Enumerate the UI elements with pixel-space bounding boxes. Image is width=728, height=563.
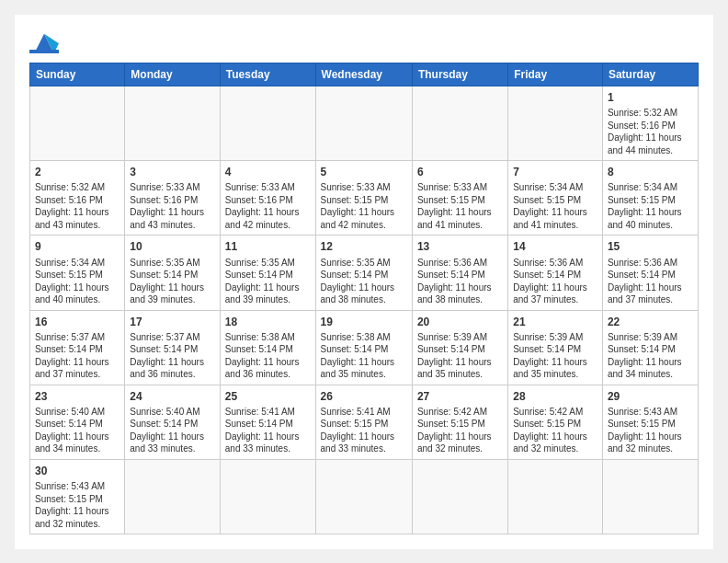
sunrise-label: Sunrise: 5:33 AM bbox=[130, 182, 199, 192]
daylight-label: Daylight: 11 hours and 41 minutes. bbox=[417, 207, 492, 230]
daylight-label: Daylight: 11 hours and 35 minutes. bbox=[513, 357, 587, 380]
sunset-label: Sunset: 5:15 PM bbox=[417, 419, 485, 429]
sunset-label: Sunset: 5:14 PM bbox=[130, 270, 198, 280]
day-number-5: 5 bbox=[321, 165, 407, 179]
day-number-30: 30 bbox=[35, 464, 119, 478]
sunset-label: Sunset: 5:15 PM bbox=[513, 419, 581, 429]
sunrise-label: Sunrise: 5:34 AM bbox=[608, 182, 677, 192]
sunset-label: Sunset: 5:15 PM bbox=[608, 195, 676, 205]
empty-cell bbox=[220, 459, 315, 534]
day-number-22: 22 bbox=[608, 315, 693, 329]
daylight-label: Daylight: 11 hours and 32 minutes. bbox=[608, 431, 682, 454]
day-info-18: Sunrise: 5:38 AMSunset: 5:14 PMDaylight:… bbox=[225, 331, 311, 381]
day-number-23: 23 bbox=[35, 389, 119, 404]
day-cell-11: 11Sunrise: 5:35 AMSunset: 5:14 PMDayligh… bbox=[220, 236, 315, 310]
daylight-label: Daylight: 11 hours and 35 minutes. bbox=[321, 357, 395, 380]
sunrise-label: Sunrise: 5:35 AM bbox=[130, 258, 199, 268]
sunrise-label: Sunrise: 5:34 AM bbox=[513, 182, 583, 192]
day-info-1: Sunrise: 5:32 AMSunset: 5:16 PMDaylight:… bbox=[608, 107, 693, 156]
sunset-label: Sunset: 5:16 PM bbox=[35, 195, 103, 205]
day-info-14: Sunrise: 5:36 AMSunset: 5:14 PMDaylight:… bbox=[513, 257, 597, 306]
day-cell-22: 22Sunrise: 5:39 AMSunset: 5:14 PMDayligh… bbox=[602, 310, 698, 385]
day-number-7: 7 bbox=[513, 165, 597, 179]
calendar-row-1: 2Sunrise: 5:32 AMSunset: 5:16 PMDaylight… bbox=[30, 161, 699, 236]
day-info-6: Sunrise: 5:33 AMSunset: 5:15 PMDaylight:… bbox=[417, 181, 503, 231]
day-number-3: 3 bbox=[130, 165, 214, 179]
sunset-label: Sunset: 5:15 PM bbox=[417, 195, 485, 205]
day-number-21: 21 bbox=[513, 315, 597, 329]
day-number-12: 12 bbox=[321, 239, 407, 254]
sunrise-label: Sunrise: 5:34 AM bbox=[35, 258, 105, 268]
daylight-label: Daylight: 11 hours and 35 minutes. bbox=[417, 357, 492, 380]
svg-rect-2 bbox=[29, 50, 59, 53]
sunset-label: Sunset: 5:16 PM bbox=[130, 195, 198, 205]
sunrise-label: Sunrise: 5:36 AM bbox=[608, 258, 677, 268]
sunset-label: Sunset: 5:15 PM bbox=[608, 419, 676, 429]
sunset-label: Sunset: 5:14 PM bbox=[513, 270, 581, 280]
day-cell-2: 2Sunrise: 5:32 AMSunset: 5:16 PMDaylight… bbox=[30, 161, 125, 236]
weekday-header-thursday: Thursday bbox=[412, 63, 507, 86]
day-number-11: 11 bbox=[225, 239, 311, 254]
day-cell-20: 20Sunrise: 5:39 AMSunset: 5:14 PMDayligh… bbox=[412, 310, 507, 385]
day-info-13: Sunrise: 5:36 AMSunset: 5:14 PMDaylight:… bbox=[417, 257, 503, 306]
day-info-4: Sunrise: 5:33 AMSunset: 5:16 PMDaylight:… bbox=[225, 181, 311, 231]
day-info-5: Sunrise: 5:33 AMSunset: 5:15 PMDaylight:… bbox=[321, 181, 407, 231]
day-info-16: Sunrise: 5:37 AMSunset: 5:14 PMDaylight:… bbox=[35, 331, 119, 381]
day-info-12: Sunrise: 5:35 AMSunset: 5:14 PMDaylight:… bbox=[321, 257, 407, 306]
sunrise-label: Sunrise: 5:38 AM bbox=[225, 332, 295, 342]
empty-cell bbox=[508, 459, 603, 534]
weekday-header-row: SundayMondayTuesdayWednesdayThursdayFrid… bbox=[30, 63, 699, 86]
day-number-20: 20 bbox=[417, 315, 503, 329]
day-cell-15: 15Sunrise: 5:36 AMSunset: 5:14 PMDayligh… bbox=[602, 236, 698, 310]
day-cell-21: 21Sunrise: 5:39 AMSunset: 5:14 PMDayligh… bbox=[508, 310, 603, 385]
header bbox=[29, 29, 699, 55]
day-number-28: 28 bbox=[513, 389, 597, 404]
empty-cell bbox=[602, 459, 698, 534]
daylight-label: Daylight: 11 hours and 44 minutes. bbox=[608, 132, 682, 155]
daylight-label: Daylight: 11 hours and 39 minutes. bbox=[130, 282, 204, 305]
day-cell-30: 30Sunrise: 5:43 AMSunset: 5:15 PMDayligh… bbox=[30, 459, 125, 534]
day-info-19: Sunrise: 5:38 AMSunset: 5:14 PMDaylight:… bbox=[321, 331, 407, 381]
day-info-28: Sunrise: 5:42 AMSunset: 5:15 PMDaylight:… bbox=[513, 406, 597, 455]
sunset-label: Sunset: 5:15 PM bbox=[35, 270, 103, 280]
day-cell-3: 3Sunrise: 5:33 AMSunset: 5:16 PMDaylight… bbox=[125, 161, 220, 236]
daylight-label: Daylight: 11 hours and 42 minutes. bbox=[225, 207, 300, 230]
calendar-row-0: 1Sunrise: 5:32 AMSunset: 5:16 PMDaylight… bbox=[30, 86, 699, 161]
daylight-label: Daylight: 11 hours and 32 minutes. bbox=[417, 431, 492, 454]
empty-cell bbox=[508, 86, 603, 161]
day-number-4: 4 bbox=[225, 165, 311, 179]
day-number-18: 18 bbox=[225, 315, 311, 329]
weekday-header-monday: Monday bbox=[125, 63, 220, 86]
day-cell-24: 24Sunrise: 5:40 AMSunset: 5:14 PMDayligh… bbox=[125, 385, 220, 459]
daylight-label: Daylight: 11 hours and 36 minutes. bbox=[130, 357, 204, 380]
daylight-label: Daylight: 11 hours and 36 minutes. bbox=[225, 357, 300, 380]
day-cell-26: 26Sunrise: 5:41 AMSunset: 5:15 PMDayligh… bbox=[315, 385, 412, 459]
day-info-29: Sunrise: 5:43 AMSunset: 5:15 PMDaylight:… bbox=[608, 406, 693, 455]
sunrise-label: Sunrise: 5:33 AM bbox=[417, 182, 487, 192]
calendar-row-4: 23Sunrise: 5:40 AMSunset: 5:14 PMDayligh… bbox=[30, 385, 699, 459]
daylight-label: Daylight: 11 hours and 43 minutes. bbox=[130, 207, 204, 230]
sunset-label: Sunset: 5:14 PM bbox=[130, 419, 198, 429]
day-cell-4: 4Sunrise: 5:33 AMSunset: 5:16 PMDaylight… bbox=[220, 161, 315, 236]
sunset-label: Sunset: 5:14 PM bbox=[35, 344, 103, 354]
sunrise-label: Sunrise: 5:36 AM bbox=[417, 258, 487, 268]
empty-cell bbox=[315, 459, 412, 534]
day-cell-14: 14Sunrise: 5:36 AMSunset: 5:14 PMDayligh… bbox=[508, 236, 603, 310]
day-info-9: Sunrise: 5:34 AMSunset: 5:15 PMDaylight:… bbox=[35, 257, 119, 306]
day-number-27: 27 bbox=[417, 389, 503, 404]
day-number-25: 25 bbox=[225, 389, 311, 404]
day-cell-5: 5Sunrise: 5:33 AMSunset: 5:15 PMDaylight… bbox=[315, 161, 412, 236]
day-cell-7: 7Sunrise: 5:34 AMSunset: 5:15 PMDaylight… bbox=[508, 161, 603, 236]
sunrise-label: Sunrise: 5:43 AM bbox=[608, 407, 677, 417]
day-info-30: Sunrise: 5:43 AMSunset: 5:15 PMDaylight:… bbox=[35, 480, 119, 530]
empty-cell bbox=[412, 86, 507, 161]
day-cell-6: 6Sunrise: 5:33 AMSunset: 5:15 PMDaylight… bbox=[412, 161, 507, 236]
day-number-17: 17 bbox=[130, 315, 214, 329]
sunrise-label: Sunrise: 5:40 AM bbox=[35, 407, 105, 417]
day-number-14: 14 bbox=[513, 239, 597, 254]
day-cell-28: 28Sunrise: 5:42 AMSunset: 5:15 PMDayligh… bbox=[508, 385, 603, 459]
daylight-label: Daylight: 11 hours and 32 minutes. bbox=[513, 431, 587, 454]
day-info-7: Sunrise: 5:34 AMSunset: 5:15 PMDaylight:… bbox=[513, 181, 597, 231]
calendar-row-2: 9Sunrise: 5:34 AMSunset: 5:15 PMDaylight… bbox=[30, 236, 699, 310]
page: SundayMondayTuesdayWednesdayThursdayFrid… bbox=[15, 15, 713, 549]
